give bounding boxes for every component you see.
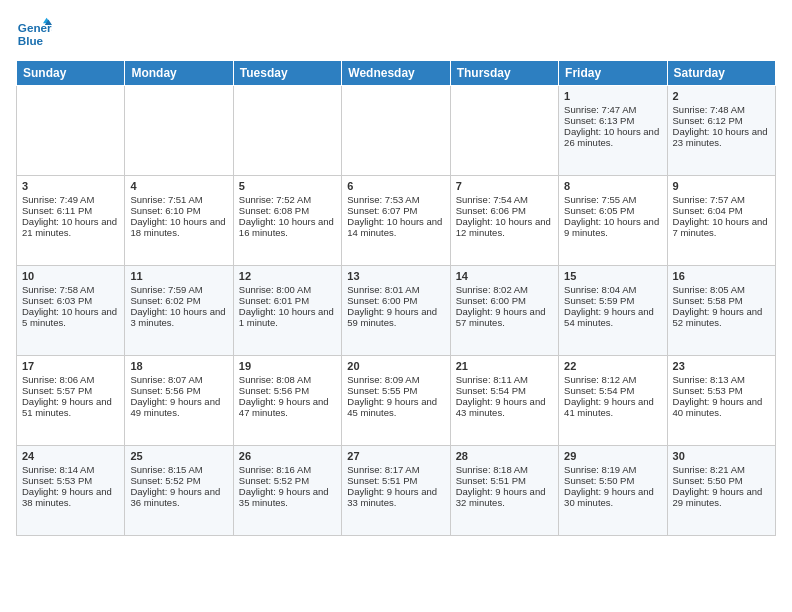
day-info: Sunrise: 7:54 AM (456, 194, 553, 205)
day-number: 5 (239, 180, 336, 192)
day-info: Sunset: 6:04 PM (673, 205, 770, 216)
day-info: Sunrise: 8:09 AM (347, 374, 444, 385)
day-info: Sunset: 5:50 PM (673, 475, 770, 486)
day-info: Sunset: 5:53 PM (673, 385, 770, 396)
calendar-cell: 14Sunrise: 8:02 AMSunset: 6:00 PMDayligh… (450, 266, 558, 356)
day-number: 25 (130, 450, 227, 462)
day-number: 20 (347, 360, 444, 372)
day-info: Sunrise: 8:15 AM (130, 464, 227, 475)
calendar-body: 1Sunrise: 7:47 AMSunset: 6:13 PMDaylight… (17, 86, 776, 536)
day-info: Sunset: 5:58 PM (673, 295, 770, 306)
day-info: Sunrise: 7:57 AM (673, 194, 770, 205)
calendar-cell: 13Sunrise: 8:01 AMSunset: 6:00 PMDayligh… (342, 266, 450, 356)
day-info: Sunrise: 8:21 AM (673, 464, 770, 475)
day-info: Daylight: 10 hours and 23 minutes. (673, 126, 770, 148)
calendar-cell: 30Sunrise: 8:21 AMSunset: 5:50 PMDayligh… (667, 446, 775, 536)
week-row-1: 3Sunrise: 7:49 AMSunset: 6:11 PMDaylight… (17, 176, 776, 266)
day-info: Sunrise: 8:14 AM (22, 464, 119, 475)
day-info: Sunset: 6:11 PM (22, 205, 119, 216)
day-info: Sunrise: 7:48 AM (673, 104, 770, 115)
day-info: Sunset: 5:55 PM (347, 385, 444, 396)
day-number: 22 (564, 360, 661, 372)
day-info: Sunrise: 8:06 AM (22, 374, 119, 385)
day-info: Daylight: 9 hours and 29 minutes. (673, 486, 770, 508)
day-info: Daylight: 9 hours and 59 minutes. (347, 306, 444, 328)
calendar-cell: 11Sunrise: 7:59 AMSunset: 6:02 PMDayligh… (125, 266, 233, 356)
week-row-2: 10Sunrise: 7:58 AMSunset: 6:03 PMDayligh… (17, 266, 776, 356)
day-info: Sunset: 5:53 PM (22, 475, 119, 486)
day-info: Daylight: 10 hours and 16 minutes. (239, 216, 336, 238)
calendar-cell (17, 86, 125, 176)
day-header-tuesday: Tuesday (233, 61, 341, 86)
day-info: Sunrise: 8:16 AM (239, 464, 336, 475)
day-info: Sunset: 6:01 PM (239, 295, 336, 306)
day-info: Daylight: 10 hours and 7 minutes. (673, 216, 770, 238)
day-info: Sunset: 6:00 PM (347, 295, 444, 306)
day-info: Sunrise: 8:01 AM (347, 284, 444, 295)
day-info: Daylight: 10 hours and 18 minutes. (130, 216, 227, 238)
day-header-monday: Monday (125, 61, 233, 86)
day-info: Sunrise: 8:08 AM (239, 374, 336, 385)
day-info: Sunset: 5:56 PM (239, 385, 336, 396)
day-info: Daylight: 9 hours and 38 minutes. (22, 486, 119, 508)
svg-text:Blue: Blue (18, 34, 44, 47)
calendar-cell: 17Sunrise: 8:06 AMSunset: 5:57 PMDayligh… (17, 356, 125, 446)
day-number: 1 (564, 90, 661, 102)
day-number: 21 (456, 360, 553, 372)
calendar-cell (233, 86, 341, 176)
day-info: Daylight: 9 hours and 30 minutes. (564, 486, 661, 508)
day-info: Sunset: 6:02 PM (130, 295, 227, 306)
day-info: Daylight: 10 hours and 14 minutes. (347, 216, 444, 238)
week-row-3: 17Sunrise: 8:06 AMSunset: 5:57 PMDayligh… (17, 356, 776, 446)
calendar-cell: 28Sunrise: 8:18 AMSunset: 5:51 PMDayligh… (450, 446, 558, 536)
calendar-cell: 12Sunrise: 8:00 AMSunset: 6:01 PMDayligh… (233, 266, 341, 356)
day-info: Sunrise: 8:17 AM (347, 464, 444, 475)
day-info: Sunset: 5:52 PM (130, 475, 227, 486)
day-number: 26 (239, 450, 336, 462)
calendar-cell (450, 86, 558, 176)
day-info: Sunrise: 8:00 AM (239, 284, 336, 295)
day-number: 23 (673, 360, 770, 372)
day-info: Sunrise: 8:11 AM (456, 374, 553, 385)
day-number: 12 (239, 270, 336, 282)
calendar-cell: 23Sunrise: 8:13 AMSunset: 5:53 PMDayligh… (667, 356, 775, 446)
day-info: Sunset: 5:51 PM (347, 475, 444, 486)
day-info: Sunrise: 7:52 AM (239, 194, 336, 205)
day-header-wednesday: Wednesday (342, 61, 450, 86)
day-number: 29 (564, 450, 661, 462)
day-info: Sunrise: 8:04 AM (564, 284, 661, 295)
day-info: Daylight: 10 hours and 5 minutes. (22, 306, 119, 328)
day-info: Daylight: 10 hours and 21 minutes. (22, 216, 119, 238)
day-number: 2 (673, 90, 770, 102)
calendar-cell: 9Sunrise: 7:57 AMSunset: 6:04 PMDaylight… (667, 176, 775, 266)
page-header: General Blue (16, 16, 776, 52)
day-header-friday: Friday (559, 61, 667, 86)
day-info: Daylight: 9 hours and 54 minutes. (564, 306, 661, 328)
day-info: Sunrise: 7:58 AM (22, 284, 119, 295)
day-info: Sunrise: 7:55 AM (564, 194, 661, 205)
calendar-table: SundayMondayTuesdayWednesdayThursdayFrid… (16, 60, 776, 536)
logo-icon: General Blue (16, 16, 52, 52)
day-number: 17 (22, 360, 119, 372)
day-number: 8 (564, 180, 661, 192)
day-number: 27 (347, 450, 444, 462)
day-number: 28 (456, 450, 553, 462)
calendar-cell: 1Sunrise: 7:47 AMSunset: 6:13 PMDaylight… (559, 86, 667, 176)
day-number: 14 (456, 270, 553, 282)
calendar-cell: 15Sunrise: 8:04 AMSunset: 5:59 PMDayligh… (559, 266, 667, 356)
day-info: Sunset: 5:51 PM (456, 475, 553, 486)
day-header-thursday: Thursday (450, 61, 558, 86)
day-number: 15 (564, 270, 661, 282)
day-info: Sunset: 5:57 PM (22, 385, 119, 396)
calendar-cell: 21Sunrise: 8:11 AMSunset: 5:54 PMDayligh… (450, 356, 558, 446)
calendar-header: SundayMondayTuesdayWednesdayThursdayFrid… (17, 61, 776, 86)
calendar-cell (125, 86, 233, 176)
day-number: 7 (456, 180, 553, 192)
day-number: 6 (347, 180, 444, 192)
calendar-cell: 29Sunrise: 8:19 AMSunset: 5:50 PMDayligh… (559, 446, 667, 536)
day-info: Daylight: 10 hours and 9 minutes. (564, 216, 661, 238)
day-info: Sunrise: 8:05 AM (673, 284, 770, 295)
day-info: Daylight: 9 hours and 47 minutes. (239, 396, 336, 418)
day-info: Sunset: 6:06 PM (456, 205, 553, 216)
day-number: 19 (239, 360, 336, 372)
